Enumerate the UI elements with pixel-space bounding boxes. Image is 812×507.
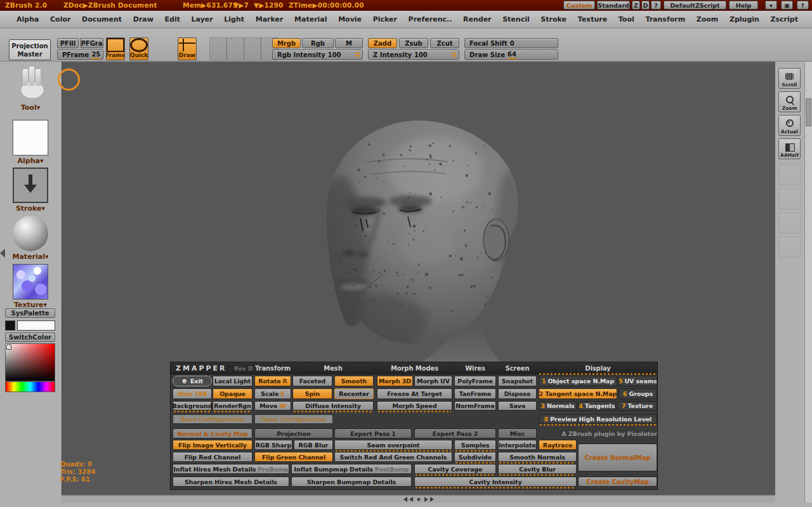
syspalette-button[interactable]: SysPalette: [5, 308, 55, 318]
frame-button[interactable]: Frame: [106, 37, 125, 60]
polyframe-button[interactable]: PolyFrame: [454, 376, 496, 386]
create-normalmap-button[interactable]: Create NormalMap: [578, 444, 657, 471]
custom-button[interactable]: Custom: [563, 1, 595, 10]
display-slider[interactable]: Display: [539, 364, 657, 372]
rgb-blur-button[interactable]: RGB Blur: [294, 440, 333, 450]
switchcolor-button[interactable]: SwitchColor: [5, 333, 55, 342]
stencil-menu[interactable]: Stencil: [502, 15, 530, 23]
morph-uv-button[interactable]: Morph UV: [414, 376, 452, 386]
zplugin-menu[interactable]: Zplugin: [730, 15, 759, 23]
local-light-button[interactable]: Local Light: [213, 376, 252, 386]
layer-menu[interactable]: Layer: [192, 15, 213, 23]
recenter-button[interactable]: Recenter: [334, 388, 374, 399]
aahalf-button[interactable]: AAHalf: [778, 138, 801, 159]
scroll-button[interactable]: Scroll: [778, 68, 801, 89]
vertical-scrollbar[interactable]: [804, 62, 812, 503]
samples-slider[interactable]: Samples: [454, 440, 496, 450]
focal-shift-slider[interactable]: Focal Shift 0: [464, 38, 558, 48]
raytrace-button[interactable]: Raytrace: [539, 440, 577, 450]
save-configuration-button[interactable]: Save Configuration: [173, 414, 252, 424]
edit-menu[interactable]: Edit: [165, 15, 180, 23]
tab-normal-cavity-map[interactable]: Normal & Cavity Map: [173, 428, 252, 438]
spin-button[interactable]: Spin: [292, 388, 332, 399]
subdivide-slider[interactable]: Subdivide: [454, 452, 496, 462]
draw-menu[interactable]: Draw: [133, 15, 154, 23]
document-menu[interactable]: Document: [82, 15, 122, 23]
movie-menu[interactable]: Movie: [338, 15, 362, 23]
flip-image-vertically-button[interactable]: Flip Image Vertically: [173, 440, 252, 450]
scale-button[interactable]: Scale E: [254, 388, 291, 399]
rgb-intensity-slider[interactable]: Rgb Intensity 100: [272, 49, 363, 60]
move-button[interactable]: Move W: [254, 401, 291, 411]
projection-master-button[interactable]: Projection Master: [9, 39, 51, 60]
zscript-menu[interactable]: Zscript: [771, 15, 798, 23]
secondary-color-swatch[interactable]: [17, 320, 55, 331]
normframe-button[interactable]: NormFrame: [454, 401, 496, 411]
uv-seams-button[interactable]: 5 UV seams: [619, 376, 657, 386]
zoom-button[interactable]: Zoom: [778, 91, 801, 112]
faceted-button[interactable]: Faceted: [292, 376, 332, 386]
cavity-blur-slider[interactable]: Cavity Blur: [498, 464, 577, 474]
inflat-hires-mesh-details-button[interactable]: Inflat Hires Mesh Details PreBump: [173, 464, 289, 474]
sharpen-hires-mesh-details-button[interactable]: Sharpen Hires Mesh Details: [173, 477, 289, 487]
render-menu[interactable]: Render: [463, 15, 492, 23]
texture-menu[interactable]: Texture: [578, 15, 608, 23]
save-button[interactable]: Save: [498, 401, 537, 411]
m-button[interactable]: M: [335, 38, 363, 48]
scroll-grip-icon[interactable]: [417, 498, 420, 501]
zmapper-exit-button[interactable]: Exit: [173, 376, 212, 386]
diffuse-intensity-slider[interactable]: Diffuse Intensity: [292, 401, 374, 411]
snapshot-button[interactable]: Snapshot: [498, 376, 537, 386]
standard-button[interactable]: Standard: [597, 1, 630, 10]
draw-size-slider[interactable]: Draw Size 64: [464, 49, 558, 60]
picker-menu[interactable]: Picker: [373, 15, 397, 23]
interpolate-button[interactable]: Interpolate: [498, 440, 537, 450]
sharpen-bumpmap-details-button[interactable]: Sharpen Bumpmap Details: [291, 477, 412, 487]
morph-3d-button[interactable]: Morph 3D: [377, 376, 413, 386]
tab-expert-pass-1[interactable]: Expert Pass 1: [334, 428, 412, 438]
scroll-left-icon[interactable]: [403, 497, 407, 502]
scroll-right-icon[interactable]: [424, 497, 428, 502]
cavity-intensity-slider[interactable]: Cavity Intensity: [414, 477, 577, 487]
flip-green-channel-button[interactable]: Flip Green Channel: [254, 452, 333, 462]
hide-button[interactable]: Hide TAB: [173, 388, 212, 399]
background-button[interactable]: Background: [173, 401, 212, 411]
alpha-menu[interactable]: Alpha: [16, 15, 39, 23]
z-intensity-slider[interactable]: Z Intensity 100: [368, 49, 459, 60]
dispose-button[interactable]: Dispose: [498, 388, 537, 399]
defaultzscript-button[interactable]: DefaultZScript: [664, 1, 726, 10]
zsub-button[interactable]: Zsub: [399, 38, 428, 48]
marker-menu[interactable]: Marker: [256, 15, 284, 23]
flip-red-channel-button[interactable]: Flip Red Channel: [173, 452, 252, 462]
rgb-button[interactable]: Rgb: [302, 38, 334, 48]
pfgra-button[interactable]: PFGra: [80, 38, 103, 48]
panel-divider-arrow[interactable]: [0, 249, 5, 258]
preferenc-menu[interactable]: Preferenc..: [409, 15, 452, 23]
morph-speed-slider[interactable]: Morph Speed: [377, 401, 452, 411]
switch-red-and-green-channels-button[interactable]: Switch Red And Green Channels: [334, 452, 452, 462]
object-space-nmap-button[interactable]: 1 Object space N.Map: [539, 376, 617, 386]
groups-button[interactable]: 6 Groups: [619, 388, 657, 399]
quick-button[interactable]: Quick: [129, 37, 148, 60]
mrgb-button[interactable]: Mrgb: [272, 38, 301, 48]
actual-button[interactable]: Actual: [778, 115, 801, 136]
scroll-right-icon[interactable]: [430, 497, 434, 502]
stroke-menu[interactable]: Stroke: [540, 15, 566, 23]
smooth-normals-slider[interactable]: Smooth Normals: [498, 452, 577, 462]
transform-menu[interactable]: Transform: [645, 15, 685, 23]
tab-projection[interactable]: Projection: [254, 428, 333, 438]
tanframe-button[interactable]: TanFrame: [454, 388, 496, 399]
normals-button[interactable]: 3 Normals: [539, 401, 577, 411]
renderrgn-button[interactable]: RenderRgn: [213, 401, 252, 411]
hue-strip[interactable]: [5, 381, 55, 392]
zcut-button[interactable]: Zcut: [430, 38, 459, 48]
pframe-slider[interactable]: PFrame 25: [57, 49, 103, 60]
rotate-button[interactable]: Rotate R: [254, 376, 291, 386]
window-expand-button[interactable]: ↑: [797, 1, 809, 10]
light-menu[interactable]: Light: [224, 15, 244, 23]
d-button[interactable]: D: [641, 1, 650, 10]
scroll-left-icon[interactable]: [409, 497, 413, 502]
texture-display-button[interactable]: 7 Texture: [617, 401, 657, 411]
z-button[interactable]: Z: [632, 1, 640, 10]
tool-menu[interactable]: Tool: [619, 15, 634, 23]
